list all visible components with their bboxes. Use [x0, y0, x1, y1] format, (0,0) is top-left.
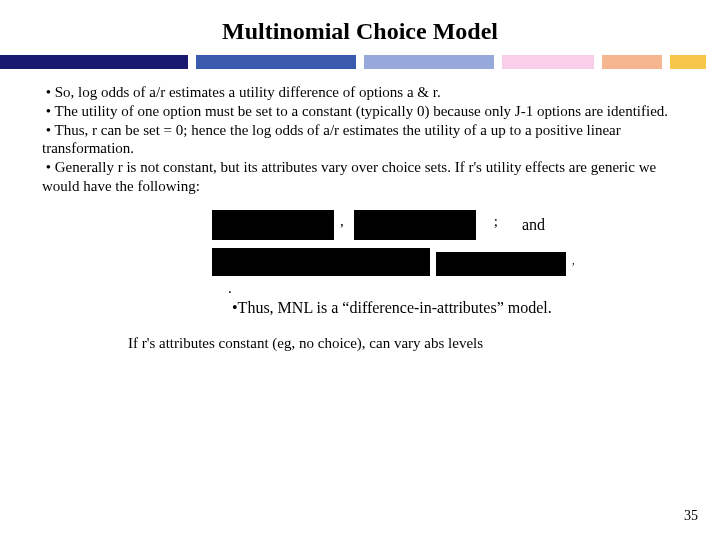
eq-comma: ,: [334, 213, 350, 236]
bar-3: [364, 55, 494, 69]
bullet-4: • Generally r is not constant, but its a…: [42, 158, 678, 196]
bullet-2: • The utility of one option must be set …: [42, 102, 678, 121]
equation-row-2: ,: [0, 248, 720, 276]
eq-block-1: [212, 210, 334, 240]
bar-6: [670, 55, 706, 69]
mnl-bullet: •Thus, MNL is a “difference-in-attribute…: [0, 299, 720, 317]
eq-block-4: [436, 252, 566, 276]
eq-block-3: [212, 248, 430, 276]
eq-and: and: [504, 216, 545, 234]
bar-2: [196, 55, 356, 69]
bar-1: [0, 55, 188, 69]
bullet-1-text: So, log odds of a/r estimates a utility …: [55, 84, 441, 100]
bar-4: [502, 55, 594, 69]
page-number: 35: [684, 508, 698, 524]
eq-semicolon: ;: [476, 213, 504, 236]
bullet-4-text: Generally r is not constant, but its att…: [42, 159, 656, 194]
mnl-bullet-text: Thus, MNL is a “difference-in-attributes…: [238, 299, 552, 316]
bullet-2-text: The utility of one option must be set to…: [54, 103, 668, 119]
eq-comma-2: ,: [566, 254, 581, 276]
bar-5: [602, 55, 662, 69]
slide-title: Multinomial Choice Model: [0, 18, 720, 45]
body-text: • So, log odds of a/r estimates a utilit…: [0, 79, 720, 196]
bullet-3-text: Thus, r can be set = 0; hence the log od…: [42, 122, 621, 157]
bullet-3: • Thus, r can be set = 0; hence the log …: [42, 121, 678, 159]
equation-row-1: , ; and: [0, 210, 720, 240]
decorative-bars: [0, 55, 720, 69]
footer-note: If r's attributes constant (eg, no choic…: [0, 335, 720, 352]
eq-block-2: [354, 210, 476, 240]
bullet-1: • So, log odds of a/r estimates a utilit…: [42, 83, 678, 102]
eq-dot: .: [0, 280, 720, 297]
